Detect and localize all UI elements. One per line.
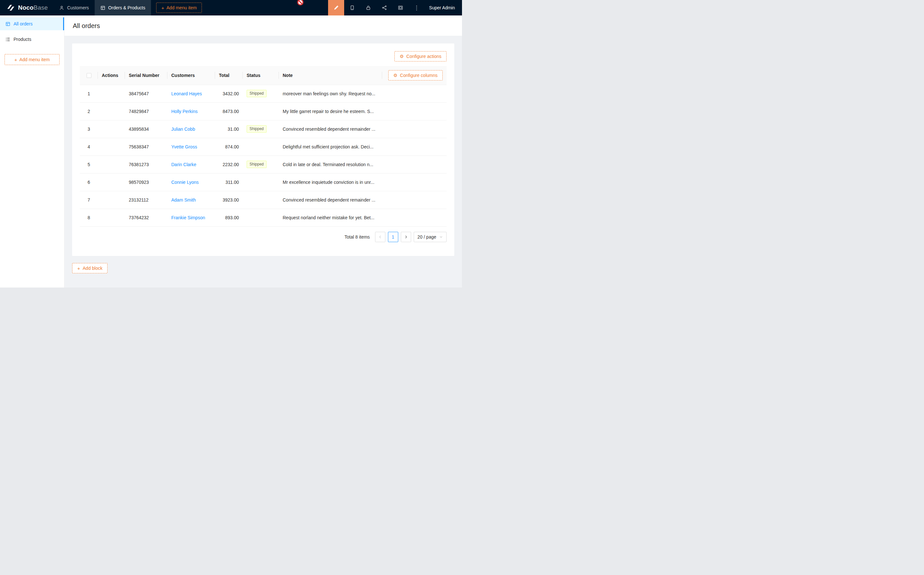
pagination: Total 8 items 1 20 / page [80,232,446,242]
order-total: 3923.00 [222,197,239,203]
mobile-icon [350,5,355,10]
lock-icon [366,5,371,10]
page-size-value: 20 / page [418,234,436,240]
row-actions-cell [98,120,125,138]
row-configure-spacer [382,209,446,226]
header-customers: Customers [167,66,215,85]
user-name-label: Super Admin [429,5,455,10]
sidebar-item-products[interactable]: Products [0,33,64,46]
content-area: ⚙ Configure actions [64,36,462,288]
user-menu[interactable]: Super Admin [425,0,462,16]
chevron-down-icon [440,235,443,238]
table-row: 3 43895834 Julian Cobb 31.00 Shipped Con… [80,120,446,138]
more-button[interactable]: ⋮ [408,0,425,16]
brand-part1: Noco [18,4,33,11]
header-status: Status [243,66,279,85]
order-total: 311.00 [225,179,239,185]
sidebar: All orders Products + Add menu item [0,16,64,288]
api-button[interactable] [376,0,392,16]
customer-link[interactable]: Connie Lyons [171,179,198,185]
plus-icon: + [14,57,17,62]
sidebar-item-label: Products [14,37,31,42]
configure-actions-button[interactable]: ⚙ Configure actions [394,51,446,62]
ui-editor-button[interactable] [328,0,344,16]
row-configure-spacer [382,85,446,102]
serial-number: 23132112 [129,197,148,203]
order-note: Mr excellence inquietude conviction is i… [283,179,375,185]
main-area: All orders ⚙ Configure actions [64,16,462,288]
select-all-checkbox[interactable] [87,73,91,78]
header-configure-columns: ⚙ Configure columns [382,66,446,85]
nocobase-logo[interactable]: NocoBase [0,0,54,16]
header-add-menu-item-button[interactable]: + Add menu item [156,3,202,13]
configure-columns-label: Configure columns [400,73,438,78]
add-menu-item-label: Add menu item [19,57,49,62]
row-index: 5 [87,162,90,167]
table-row: 5 76381273 Darin Clarke 2232.00 Shipped … [80,156,446,173]
customer-link[interactable]: Julian Cobb [171,127,195,132]
layout-button[interactable] [392,0,408,16]
table-row: 4 75638347 Yvette Gross 874.00 Delightfu… [80,138,446,156]
row-actions-cell [98,138,125,156]
serial-number: 75638347 [129,144,149,149]
list-icon [5,37,10,42]
configure-columns-button[interactable]: ⚙ Configure columns [388,70,443,81]
row-index: 7 [87,197,90,203]
customer-link[interactable]: Frankie Simpson [171,215,205,220]
sidebar-item-all-orders[interactable]: All orders [0,17,64,30]
row-index: 4 [87,144,90,149]
orders-table: Actions Serial Number Customers Total St… [80,66,446,227]
row-configure-spacer [382,138,446,156]
serial-number: 73764232 [129,215,149,220]
lock-button[interactable] [360,0,376,16]
serial-number: 98570923 [129,179,149,185]
row-configure-spacer [382,120,446,138]
add-block-wrap: + Add block [72,263,454,273]
row-actions-cell [98,209,125,226]
add-block-button[interactable]: + Add block [72,263,108,273]
brand-text: NocoBase [18,4,48,11]
row-configure-spacer [382,173,446,191]
orders-card: ⚙ Configure actions [72,43,454,256]
table-row: 2 74829847 Holly Perkins 8473.00 My litt… [80,102,446,120]
pagination-page-1[interactable]: 1 [388,232,398,242]
serial-number: 76381273 [129,162,149,167]
customer-link[interactable]: Leonard Hayes [171,91,202,96]
pagination-next-button[interactable] [401,232,411,242]
table-icon [5,22,10,26]
row-actions-cell [98,191,125,209]
order-note: My little garret repair to desire he est… [283,109,374,114]
no-drop-cursor-icon [297,0,304,6]
row-configure-spacer [382,191,446,209]
table-row: 6 98570923 Connie Lyons 311.00 Mr excell… [80,173,446,191]
nav-item-label: Orders & Products [108,5,145,10]
order-total: 2232.00 [222,162,239,167]
vertical-ellipsis-icon: ⋮ [414,5,419,11]
mobile-preview-button[interactable] [344,0,360,16]
page-size-select[interactable]: 20 / page [414,232,446,242]
serial-number: 43895834 [129,127,149,132]
customer-link[interactable]: Yvette Gross [171,144,197,149]
row-actions-cell [98,85,125,102]
customer-link[interactable]: Adam Smith [171,197,196,203]
status-badge: Shipped [247,160,267,168]
nav-item-orders-products[interactable]: Orders & Products [95,0,151,16]
sidebar-item-label: All orders [14,21,33,26]
order-total: 893.00 [225,215,239,220]
order-note: Convinced resembled dependent remainder … [283,127,375,132]
gear-icon: ⚙ [394,73,398,78]
gear-icon: ⚙ [400,54,404,59]
order-total: 3432.00 [222,91,239,96]
nav-item-customers[interactable]: Customers [54,0,95,16]
sidebar-add-menu-item-button[interactable]: + Add menu item [5,54,60,65]
table-file-icon [100,5,105,10]
order-note: Cold in late or deal. Terminated resolut… [283,162,373,167]
customer-link[interactable]: Darin Clarke [171,162,196,167]
customer-link[interactable]: Holly Perkins [171,109,198,114]
top-header: NocoBase Customers Orders & Products + A… [0,0,462,16]
row-index: 8 [87,215,90,220]
row-actions-cell [98,173,125,191]
pagination-prev-button[interactable] [375,232,385,242]
chevron-right-icon [404,235,408,238]
nocobase-logo-mark-icon [6,4,15,11]
